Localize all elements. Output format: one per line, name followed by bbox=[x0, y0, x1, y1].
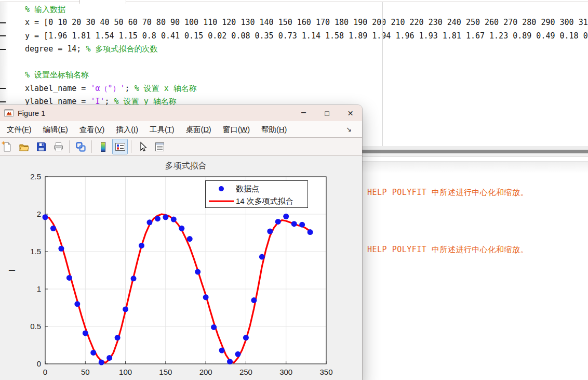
menu-item-h[interactable]: 帮助(H) bbox=[256, 122, 292, 137]
code-line[interactable]: % 设置坐标轴名称 bbox=[25, 69, 588, 82]
polyfit-warning-line-1: 照 HELP POLYFIT 中所述进行中心化和缩放。 bbox=[354, 188, 528, 198]
svg-text:350: 350 bbox=[319, 368, 332, 376]
maximize-button[interactable]: □ bbox=[315, 105, 339, 121]
code-line[interactable] bbox=[25, 56, 588, 69]
svg-text:2: 2 bbox=[37, 209, 41, 218]
link-plot-icon bbox=[75, 141, 87, 153]
legend-label-data-points: 数据点 bbox=[236, 184, 259, 193]
new-figure-icon bbox=[1, 141, 13, 153]
legend-label-fit: 14 次多项式拟合 bbox=[236, 196, 293, 205]
svg-text:0: 0 bbox=[43, 368, 47, 376]
close-button[interactable]: ✕ bbox=[339, 105, 362, 121]
code-area[interactable]: % 输入数据x = [0 10 20 30 40 50 60 70 80 90 … bbox=[25, 3, 588, 108]
edit-plot-icon bbox=[137, 141, 149, 153]
matlab-desktop: % 输入数据x = [0 10 20 30 40 50 60 70 80 90 … bbox=[0, 0, 588, 380]
matlab-figure-icon bbox=[4, 109, 14, 117]
open-file-button[interactable] bbox=[16, 139, 32, 154]
menu-item-e[interactable]: 编辑(E) bbox=[37, 122, 74, 137]
svg-text:250: 250 bbox=[239, 368, 252, 376]
menu-item-f[interactable]: 文件(F) bbox=[1, 122, 37, 137]
toolbar-separator bbox=[91, 140, 92, 153]
svg-text:1.5: 1.5 bbox=[30, 247, 41, 256]
new-figure-button[interactable] bbox=[0, 139, 15, 154]
link-plot-button[interactable] bbox=[73, 139, 88, 154]
window-title: Figure 1 bbox=[18, 109, 45, 117]
menu-item-t[interactable]: 工具(T) bbox=[144, 122, 180, 137]
print-figure-button[interactable] bbox=[50, 139, 66, 154]
menu-item-i[interactable]: 插入(I) bbox=[110, 122, 144, 137]
svg-text:100: 100 bbox=[119, 368, 132, 376]
menu-item-d[interactable]: 桌面(D) bbox=[180, 122, 217, 137]
svg-text:150: 150 bbox=[159, 368, 172, 376]
breakpoint-dash[interactable] bbox=[0, 101, 6, 102]
menu-item-w[interactable]: 窗口(W) bbox=[217, 122, 256, 137]
code-line[interactable]: degree = 14; % 多项式拟合的次数 bbox=[25, 43, 588, 56]
save-figure-icon bbox=[35, 141, 47, 153]
svg-text:2.5: 2.5 bbox=[30, 172, 41, 181]
svg-text:300: 300 bbox=[279, 368, 292, 376]
insert-colorbar-icon bbox=[97, 141, 109, 153]
figure-menubar: 文件(F)编辑(E)查看(V)插入(I)工具(T)桌面(D)窗口(W)帮助(H)… bbox=[0, 121, 362, 138]
svg-text:50: 50 bbox=[81, 368, 90, 376]
property-inspector-icon bbox=[154, 141, 166, 153]
figure-toolbar bbox=[0, 138, 362, 156]
insert-legend-button[interactable] bbox=[112, 139, 128, 154]
svg-text:0.5: 0.5 bbox=[30, 322, 41, 331]
toolbar-separator bbox=[131, 140, 131, 153]
x-axis-tick-labels: 050100150200250300350 bbox=[43, 368, 333, 376]
plot-legend[interactable]: 数据点14 次多项式拟合 bbox=[206, 181, 308, 208]
property-inspector-button[interactable] bbox=[152, 139, 167, 154]
svg-text:0: 0 bbox=[37, 359, 41, 368]
code-line[interactable]: y = [1.96 1.81 1.54 1.15 0.8 0.41 0.15 0… bbox=[25, 30, 588, 43]
figure-canvas[interactable]: 05010015020025030035000.511.522.5多项式拟合I数… bbox=[0, 156, 362, 380]
plot-title: 多项式拟合 bbox=[165, 161, 207, 170]
insert-legend-icon bbox=[114, 141, 126, 153]
minimize-button[interactable]: – bbox=[292, 105, 315, 121]
legend-dot-marker bbox=[219, 186, 224, 191]
code-line[interactable]: x = [0 10 20 30 40 50 60 70 80 90 100 11… bbox=[25, 16, 588, 29]
menu-item-v[interactable]: 查看(V) bbox=[74, 122, 110, 137]
breakpoint-dash[interactable] bbox=[0, 35, 6, 36]
y-axis-tick-labels: 00.511.522.5 bbox=[30, 172, 41, 368]
dock-figure-arrow-icon[interactable]: ↘ bbox=[346, 125, 358, 133]
breakpoint-dash[interactable] bbox=[0, 22, 6, 23]
figure-titlebar[interactable]: Figure 1 – □ ✕ bbox=[0, 105, 362, 121]
plot-ylabel: I bbox=[7, 269, 17, 272]
toolbar-separator bbox=[69, 140, 70, 153]
open-file-icon bbox=[18, 141, 30, 153]
svg-text:200: 200 bbox=[199, 368, 212, 376]
save-figure-button[interactable] bbox=[33, 139, 49, 154]
breakpoint-dash[interactable] bbox=[0, 88, 6, 89]
insert-colorbar-button[interactable] bbox=[95, 139, 111, 154]
print-figure-icon bbox=[52, 141, 64, 153]
polyfit-warning-line-2: 照 HELP POLYFIT 中所述进行中心化和缩放。 bbox=[354, 245, 528, 255]
editor-column-guide bbox=[382, 2, 383, 146]
breakpoint-dash[interactable] bbox=[0, 49, 6, 50]
code-line[interactable]: xlabel_name = 'α（°）'; % 设置 x 轴名称 bbox=[25, 82, 588, 95]
svg-text:1: 1 bbox=[37, 284, 41, 293]
figure-window: Figure 1 – □ ✕ 文件(F)编辑(E)查看(V)插入(I)工具(T)… bbox=[0, 105, 362, 380]
edit-plot-button[interactable] bbox=[135, 139, 150, 154]
polynomial-fit-plot: 05010015020025030035000.511.522.5多项式拟合I数… bbox=[0, 156, 362, 380]
code-line[interactable]: % 输入数据 bbox=[25, 3, 588, 16]
